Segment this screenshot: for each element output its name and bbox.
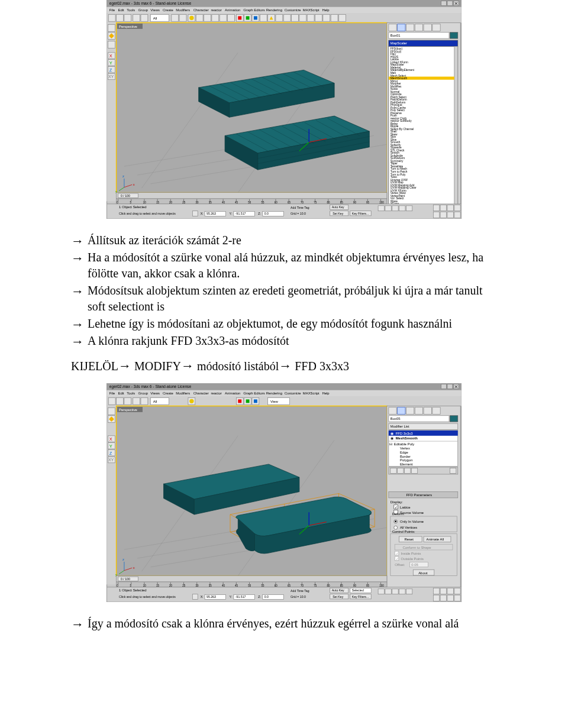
stack-toolbar[interactable] bbox=[389, 467, 458, 474]
svg-text:X: X bbox=[109, 436, 112, 442]
command-panel: Box05 Modifier List FFD 3x3x3 ◉ MeshSmoo… bbox=[387, 406, 460, 593]
svg-text:0.0: 0.0 bbox=[264, 212, 269, 215]
bullet-list-1: Állítsuk az iterációk számát 2-re Ha a m… bbox=[71, 232, 497, 349]
coordinate-readout[interactable]: X: 95.263 Y: -91.517 Z: 0.0 bbox=[192, 594, 283, 599]
viewport[interactable]: Perspective bbox=[115, 406, 387, 576]
svg-text:Tools: Tools bbox=[127, 8, 135, 12]
time-slider[interactable] bbox=[117, 575, 387, 581]
svg-text:Editable Poly: Editable Poly bbox=[394, 442, 415, 446]
svg-rect-117 bbox=[424, 24, 431, 31]
svg-text:Conform to Shape: Conform to Shape bbox=[403, 545, 432, 549]
coordinate-readout[interactable]: X: 95.263 Y: -91.517 Z: 0.0 bbox=[192, 211, 283, 216]
svg-rect-3 bbox=[447, 1, 453, 5]
svg-text:Offset:: Offset: bbox=[395, 563, 405, 567]
time-slider[interactable] bbox=[117, 193, 387, 199]
svg-text:95.263: 95.263 bbox=[206, 595, 216, 598]
svg-rect-49 bbox=[283, 14, 291, 21]
svg-rect-250 bbox=[433, 212, 439, 218]
window-controls[interactable] bbox=[441, 1, 459, 5]
svg-text:Border: Border bbox=[400, 454, 411, 458]
svg-text:80: 80 bbox=[327, 201, 330, 204]
svg-rect-292 bbox=[254, 399, 257, 403]
svg-text:40: 40 bbox=[222, 584, 225, 587]
svg-text:reactor: reactor bbox=[211, 391, 221, 395]
svg-text:75: 75 bbox=[314, 201, 317, 204]
svg-rect-444 bbox=[378, 588, 384, 594]
bullet-item: Lehetne így is módosítani az objektumot,… bbox=[71, 316, 497, 332]
svg-text:Auto Key: Auto Key bbox=[332, 205, 344, 209]
svg-point-286 bbox=[189, 399, 193, 403]
svg-text:Key Filters...: Key Filters... bbox=[352, 594, 369, 598]
svg-rect-253 bbox=[454, 212, 460, 218]
left-toolbar[interactable]: X Y Z XY bbox=[106, 22, 116, 201]
svg-text:Animation: Animation bbox=[225, 391, 240, 395]
svg-text:All: All bbox=[153, 17, 157, 20]
svg-rect-348 bbox=[389, 441, 458, 441]
svg-text:15: 15 bbox=[156, 201, 159, 204]
svg-text:MAXScript: MAXScript bbox=[303, 391, 320, 395]
svg-text:60: 60 bbox=[275, 584, 277, 587]
svg-rect-51 bbox=[299, 14, 306, 21]
svg-text:Views: Views bbox=[150, 391, 160, 395]
svg-rect-279 bbox=[117, 397, 124, 405]
svg-text:90: 90 bbox=[353, 584, 356, 587]
viewport[interactable]: Perspective bbox=[115, 22, 387, 193]
add-time-tag[interactable]: Add Time Tag bbox=[291, 206, 309, 209]
svg-text:25: 25 bbox=[182, 584, 185, 587]
svg-text:0.05: 0.05 bbox=[411, 563, 418, 567]
svg-text:Box01: Box01 bbox=[390, 34, 401, 37]
svg-text:File: File bbox=[109, 391, 115, 395]
svg-text:Tools: Tools bbox=[127, 391, 135, 395]
svg-point-34 bbox=[189, 16, 193, 20]
svg-text:10: 10 bbox=[143, 201, 146, 204]
svg-text:Rendering: Rendering bbox=[266, 391, 282, 395]
all-vertices-radio[interactable] bbox=[394, 526, 398, 529]
svg-rect-32 bbox=[179, 14, 186, 21]
svg-text:Animate All: Animate All bbox=[427, 538, 444, 541]
menu-bar[interactable]: File Edit Tools Group Views Create Modif… bbox=[109, 8, 330, 12]
svg-text:Z: Z bbox=[109, 450, 112, 455]
rollout-header-ffd[interactable]: FFD Parameters bbox=[406, 493, 432, 497]
svg-text:20: 20 bbox=[169, 584, 172, 587]
playback-controls[interactable] bbox=[378, 588, 412, 594]
svg-text:Modifiers: Modifiers bbox=[176, 391, 190, 395]
svg-text:Rendering: Rendering bbox=[266, 8, 282, 12]
svg-text:Customize: Customize bbox=[285, 8, 302, 12]
modifier-list-scrollbar[interactable] bbox=[454, 46, 458, 206]
svg-rect-118 bbox=[433, 24, 440, 31]
svg-text:35: 35 bbox=[209, 201, 212, 204]
svg-text:X: X bbox=[109, 53, 112, 59]
svg-text:15: 15 bbox=[156, 584, 159, 587]
svg-rect-57 bbox=[106, 22, 116, 201]
screenshot-1: eger02.max - 3ds max 6 - Stand-alone Lic… bbox=[71, 0, 497, 222]
svg-rect-447 bbox=[399, 588, 405, 594]
svg-rect-27 bbox=[133, 14, 140, 21]
svg-text:35: 35 bbox=[209, 584, 212, 587]
svg-rect-242 bbox=[385, 206, 391, 211]
svg-text:Group: Group bbox=[138, 8, 149, 12]
svg-rect-41 bbox=[238, 16, 241, 20]
svg-text:Z:: Z: bbox=[258, 212, 261, 215]
svg-rect-360 bbox=[411, 468, 417, 473]
window-controls[interactable] bbox=[441, 384, 459, 389]
svg-text:Animation: Animation bbox=[225, 8, 240, 12]
svg-text:Deform:: Deform: bbox=[392, 512, 405, 516]
playback-controls[interactable] bbox=[378, 206, 412, 211]
modifier-stack[interactable] bbox=[389, 431, 458, 467]
svg-text:About: About bbox=[418, 571, 428, 574]
object-color-swatch[interactable] bbox=[450, 415, 457, 421]
object-color-swatch[interactable] bbox=[450, 33, 457, 38]
menu-bar[interactable]: File Edit Tools Group Views Create Modif… bbox=[109, 391, 330, 395]
svg-text:Perspective: Perspective bbox=[119, 407, 138, 411]
svg-text:Character: Character bbox=[193, 391, 209, 395]
svg-text:10: 10 bbox=[143, 584, 146, 587]
svg-rect-45 bbox=[254, 16, 257, 20]
svg-rect-48 bbox=[276, 14, 283, 21]
left-toolbar[interactable]: X Y Z XY bbox=[106, 406, 116, 584]
svg-text:x: x bbox=[133, 565, 135, 569]
add-time-tag[interactable]: Add Time Tag bbox=[291, 589, 309, 593]
svg-rect-430 bbox=[192, 594, 198, 599]
svg-text:Views: Views bbox=[150, 8, 160, 12]
svg-text:Z: Z bbox=[109, 67, 112, 73]
svg-rect-114 bbox=[398, 24, 405, 31]
